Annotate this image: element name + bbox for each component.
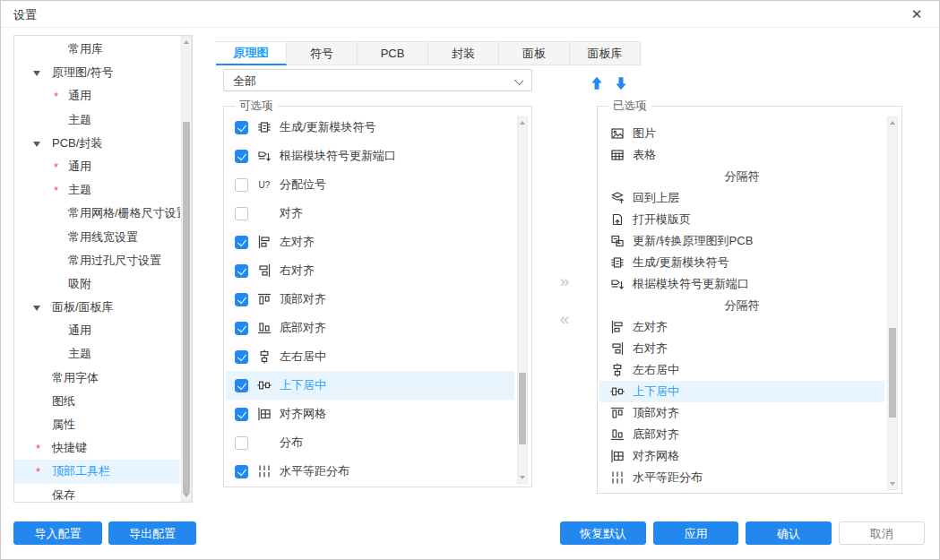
sidebar-item[interactable]: * 主题 — [14, 108, 180, 132]
import-config-button[interactable]: 导入配置 — [13, 521, 102, 545]
chosen-item-row[interactable]: 顶部对齐 — [599, 402, 884, 424]
settings-tab[interactable]: 封装 — [428, 41, 499, 65]
transfer-right-button[interactable]: » — [552, 271, 577, 294]
sidebar-item[interactable]: * 常用过孔尺寸设置 — [14, 249, 180, 272]
scroll-thumb[interactable] — [889, 328, 896, 418]
chosen-item-row[interactable]: 水平等距分布 — [599, 467, 884, 488]
move-up-button[interactable] — [589, 75, 605, 91]
sidebar-item[interactable]: * 属性 — [14, 413, 180, 436]
chosen-item-row[interactable]: 分隔符 — [599, 166, 884, 187]
apply-button[interactable]: 应用 — [653, 521, 738, 545]
option-row[interactable]: U? 分配位号 — [226, 170, 514, 199]
sidebar-item[interactable]: * 图纸 — [14, 390, 180, 413]
sidebar-item[interactable]: * 吸附 — [14, 272, 180, 296]
export-config-button[interactable]: 导出配置 — [108, 521, 196, 545]
restore-defaults-button[interactable]: 恢复默认 — [560, 521, 646, 545]
option-row[interactable]: 左右居中 — [226, 342, 514, 371]
option-row[interactable]: 水平等距分布 — [226, 457, 514, 483]
settings-tab[interactable]: PCB — [358, 41, 428, 65]
sidebar-item[interactable]: * 保存 — [14, 484, 180, 500]
sidebar-item[interactable]: * 通用 — [14, 84, 180, 108]
required-asterisk: * — [36, 437, 40, 461]
checkbox[interactable] — [235, 178, 248, 192]
checkbox[interactable] — [235, 350, 248, 364]
option-row[interactable]: 右对齐 — [226, 256, 514, 285]
item-label: 右对齐 — [633, 340, 668, 357]
option-row[interactable]: 底部对齐 — [226, 314, 514, 342]
chosen-item-row[interactable]: 生成/更新模块符号 — [599, 252, 884, 273]
checkbox[interactable] — [235, 293, 248, 306]
option-row[interactable]: 分布 — [226, 428, 514, 457]
checkbox[interactable] — [235, 379, 248, 392]
option-row[interactable]: 根据模块符号更新端口 — [226, 142, 514, 170]
scroll-down-arrow[interactable] — [888, 478, 897, 489]
checkbox[interactable] — [235, 121, 248, 134]
transfer-left-button[interactable]: « — [552, 308, 577, 332]
chosen-item-row[interactable]: 打开模版页 — [599, 209, 884, 230]
move-down-button[interactable] — [613, 75, 629, 91]
expand-arrow-icon[interactable] — [33, 142, 40, 147]
confirm-button[interactable]: 确认 — [746, 521, 832, 545]
checkbox[interactable] — [235, 207, 248, 220]
sidebar-item[interactable]: * PCB/封装 — [14, 132, 180, 155]
settings-tab[interactable]: 原理图 — [216, 41, 287, 65]
scroll-down-arrow[interactable] — [182, 490, 191, 501]
chosen-items-list: 图片 表格 分隔符 回到上层 打开模版页 更新/转换原理图到PCB — [599, 123, 884, 489]
checkbox[interactable] — [235, 322, 248, 335]
scroll-thumb[interactable] — [519, 373, 526, 444]
scroll-up-arrow[interactable] — [182, 37, 191, 47]
checkbox[interactable] — [235, 408, 248, 421]
close-button[interactable]: ✕ — [907, 4, 927, 24]
chosen-item-row[interactable]: 根据模块符号更新端口 — [599, 273, 884, 295]
option-row[interactable]: 上下居中 — [226, 371, 514, 400]
option-row[interactable]: 对齐网格 — [226, 400, 514, 428]
settings-tab[interactable]: 面板库 — [570, 41, 641, 65]
scroll-up-arrow[interactable] — [888, 117, 897, 128]
scroll-down-arrow[interactable] — [518, 472, 527, 483]
chosen-item-row[interactable]: 图片 — [599, 123, 884, 144]
expand-arrow-icon[interactable] — [33, 71, 40, 76]
sidebar-item[interactable]: * 快捷键 — [14, 436, 180, 460]
scroll-up-arrow[interactable] — [518, 117, 527, 128]
chosen-item-row[interactable]: 分隔符 — [599, 295, 884, 316]
chosen-item-row[interactable]: 左右居中 — [599, 359, 884, 381]
sidebar-item[interactable]: * 常用线宽设置 — [14, 226, 180, 249]
sidebar-item[interactable]: * 通用 — [14, 155, 180, 178]
sidebar-item[interactable]: * 常用网格/栅格尺寸设置 — [14, 202, 180, 225]
close-icon: ✕ — [911, 6, 923, 22]
sidebar-item[interactable]: * 主题 — [14, 342, 180, 366]
checkbox[interactable] — [235, 436, 248, 450]
available-scrollbar[interactable] — [517, 116, 528, 484]
checkbox[interactable] — [235, 264, 248, 278]
sidebar-item[interactable]: * 原理图/符号 — [14, 61, 180, 84]
chosen-item-row[interactable]: 上下居中 — [599, 381, 884, 402]
option-row[interactable]: 生成/更新模块符号 — [226, 113, 514, 142]
settings-tab[interactable]: 符号 — [287, 41, 358, 65]
chosen-item-row[interactable]: 对齐网格 — [599, 445, 884, 467]
checkbox[interactable] — [235, 236, 248, 249]
checkbox[interactable] — [235, 150, 248, 163]
chosen-item-row[interactable]: 更新/转换原理图到PCB — [599, 230, 884, 252]
chosen-item-row[interactable]: 表格 — [599, 144, 884, 166]
chosen-item-row[interactable]: 底部对齐 — [599, 424, 884, 445]
sidebar-item[interactable]: * 常用库 — [14, 38, 180, 61]
option-row[interactable]: 对齐 — [226, 199, 514, 228]
chosen-item-row[interactable]: 回到上层 — [599, 187, 884, 209]
option-row[interactable]: 顶部对齐 — [226, 285, 514, 314]
chosen-scrollbar[interactable] — [887, 116, 898, 490]
chosen-item-row[interactable]: 左对齐 — [599, 316, 884, 338]
sidebar-item[interactable]: * 面板/面板库 — [14, 296, 180, 319]
option-row[interactable]: 左对齐 — [226, 228, 514, 256]
chosen-item-row[interactable]: 右对齐 — [599, 338, 884, 359]
filter-select[interactable]: 全部 — [223, 69, 532, 91]
sidebar-item[interactable]: * 常用字体 — [14, 366, 180, 390]
scroll-thumb[interactable] — [183, 122, 190, 494]
sidebar-scrollbar[interactable] — [181, 36, 192, 502]
cancel-button[interactable]: 取消 — [839, 521, 925, 545]
expand-arrow-icon[interactable] — [33, 306, 40, 311]
sidebar-item[interactable]: * 主题 — [14, 178, 180, 202]
sidebar-item[interactable]: * 顶部工具栏 — [14, 460, 180, 483]
sidebar-item[interactable]: * 通用 — [14, 319, 180, 342]
settings-tab[interactable]: 面板 — [499, 41, 570, 65]
checkbox[interactable] — [235, 465, 248, 478]
